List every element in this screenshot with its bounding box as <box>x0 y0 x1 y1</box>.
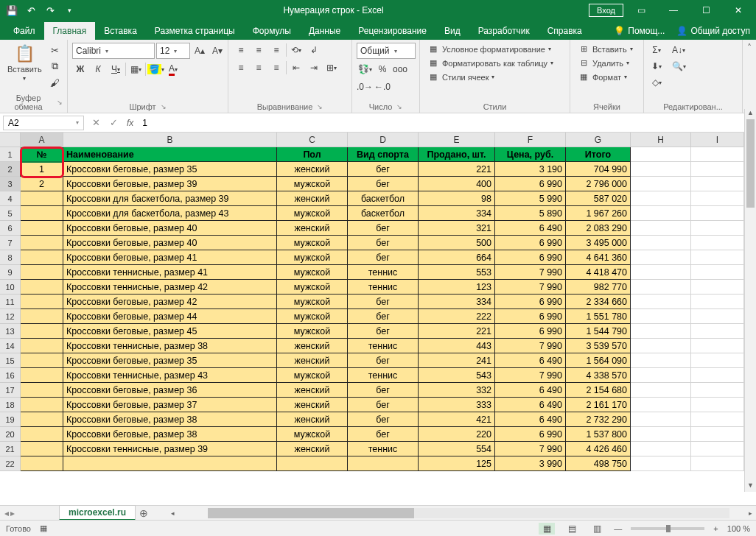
cell[interactable] <box>631 177 691 191</box>
cell[interactable]: Кроссовки беговые, размер 42 <box>63 295 277 309</box>
cell[interactable]: теннис <box>348 280 419 295</box>
cell[interactable]: 1 551 780 <box>566 309 631 324</box>
cell[interactable]: 6 990 <box>495 236 566 250</box>
align-right-icon[interactable]: ≡ <box>268 60 284 75</box>
cell[interactable]: 4 426 460 <box>566 442 631 456</box>
cell[interactable] <box>691 191 744 206</box>
undo-icon[interactable]: ↶ <box>22 2 40 18</box>
cell[interactable]: мужской <box>277 265 348 280</box>
cell[interactable] <box>691 280 744 295</box>
cell[interactable]: баскетбол <box>348 191 419 206</box>
cell[interactable]: Кроссовки беговые, размер 45 <box>63 324 277 339</box>
cell[interactable]: Кроссовки теннисные, размер 42 <box>63 280 277 295</box>
cell[interactable]: 664 <box>419 250 495 265</box>
cell[interactable]: 6 990 <box>495 250 566 265</box>
align-left-icon[interactable]: ≡ <box>233 60 249 75</box>
formula-input[interactable]: 1 <box>138 118 743 128</box>
cell[interactable]: женский <box>277 339 348 353</box>
cell[interactable]: 1 967 260 <box>566 206 631 221</box>
cell[interactable] <box>21 309 63 324</box>
copy-icon[interactable]: ⧉ <box>48 59 63 74</box>
cell[interactable]: Цена, руб. <box>495 147 566 162</box>
cell[interactable] <box>631 324 691 339</box>
cell[interactable]: 4 641 360 <box>566 250 631 265</box>
cell[interactable]: женский <box>277 442 348 456</box>
vertical-scroll-thumb[interactable] <box>746 119 755 208</box>
cell[interactable] <box>691 456 744 471</box>
cell[interactable]: мужской <box>277 177 348 191</box>
tab-developer[interactable]: Разработчик <box>469 22 539 40</box>
scroll-up-icon[interactable]: ▲ <box>745 109 756 119</box>
cell[interactable]: 704 990 <box>566 162 631 177</box>
cell[interactable]: женский <box>277 162 348 177</box>
cell[interactable] <box>21 191 63 206</box>
cell[interactable]: бег <box>348 427 419 442</box>
sign-in-button[interactable]: Вход <box>589 4 623 17</box>
cell[interactable]: 982 770 <box>566 280 631 295</box>
cell[interactable]: 1 544 790 <box>566 324 631 339</box>
col-header-A[interactable]: A <box>21 133 63 147</box>
cell[interactable]: бег <box>348 353 419 368</box>
tell-me[interactable]: 💡Помощ... <box>608 22 671 40</box>
cell[interactable] <box>21 339 63 353</box>
row-header[interactable]: 6 <box>0 221 21 236</box>
zoom-in-icon[interactable]: + <box>713 524 718 533</box>
col-header-B[interactable]: B <box>63 133 277 147</box>
cell[interactable]: женский <box>277 191 348 206</box>
macro-record-icon[interactable]: ▦ <box>40 523 47 533</box>
cell[interactable] <box>631 236 691 250</box>
cell[interactable] <box>21 206 63 221</box>
cell[interactable] <box>631 456 691 471</box>
cell[interactable]: Кроссовки беговые, размер 36 <box>63 383 277 398</box>
find-select-icon[interactable]: 🔍▾ <box>671 59 687 74</box>
cell[interactable]: 3 495 000 <box>566 236 631 250</box>
cell[interactable] <box>63 456 277 471</box>
col-header-I[interactable]: I <box>691 133 744 147</box>
cell[interactable]: 6 990 <box>495 427 566 442</box>
cell[interactable] <box>21 236 63 250</box>
cell[interactable]: 3 539 570 <box>566 339 631 353</box>
cell[interactable] <box>631 162 691 177</box>
cell[interactable] <box>631 368 691 383</box>
cell[interactable]: 3 990 <box>495 456 566 471</box>
increase-indent-icon[interactable]: ⇥ <box>306 60 322 75</box>
cell[interactable]: теннис <box>348 368 419 383</box>
cell[interactable]: Кроссовки теннисные, размер 41 <box>63 265 277 280</box>
cell[interactable]: Кроссовки теннисные, размер 39 <box>63 442 277 456</box>
row-header[interactable]: 2 <box>0 162 21 177</box>
row-header[interactable]: 18 <box>0 398 21 412</box>
cell[interactable]: мужской <box>277 206 348 221</box>
cell[interactable]: Кроссовки беговые, размер 37 <box>63 398 277 412</box>
cell[interactable]: женский <box>277 398 348 412</box>
cell[interactable]: 6 990 <box>495 177 566 191</box>
sheet-tab[interactable]: microexcel.ru <box>59 505 136 521</box>
cell[interactable] <box>277 456 348 471</box>
decrease-decimal-icon[interactable]: ←.0 <box>374 80 391 94</box>
cell[interactable] <box>631 280 691 295</box>
cell[interactable] <box>631 147 691 162</box>
cell[interactable]: бег <box>348 177 419 191</box>
cell[interactable]: Кроссовки теннисные, размер 43 <box>63 368 277 383</box>
cell[interactable] <box>691 250 744 265</box>
cell[interactable]: 7 990 <box>495 368 566 383</box>
tab-formulas[interactable]: Формулы <box>244 22 300 40</box>
cell[interactable]: женский <box>277 221 348 236</box>
cell[interactable] <box>691 147 744 162</box>
cell[interactable] <box>691 398 744 412</box>
row-header[interactable]: 10 <box>0 280 21 295</box>
cell[interactable] <box>631 295 691 309</box>
cell[interactable]: 1 <box>21 162 63 177</box>
underline-button[interactable]: Ч ▾ <box>108 62 124 77</box>
cell[interactable] <box>21 398 63 412</box>
horizontal-scrollbar[interactable] <box>208 508 729 518</box>
page-break-view-icon[interactable]: ▥ <box>589 523 605 535</box>
cell[interactable]: бег <box>348 295 419 309</box>
maximize-icon[interactable]: ☐ <box>691 0 721 21</box>
bold-button[interactable]: Ж <box>72 62 88 77</box>
cell[interactable]: Кроссовки беговые, размер 40 <box>63 236 277 250</box>
cell[interactable]: 7 990 <box>495 265 566 280</box>
cell[interactable]: 3 190 <box>495 162 566 177</box>
row-header[interactable]: 3 <box>0 177 21 191</box>
row-header[interactable]: 15 <box>0 353 21 368</box>
italic-button[interactable]: К <box>90 62 106 77</box>
